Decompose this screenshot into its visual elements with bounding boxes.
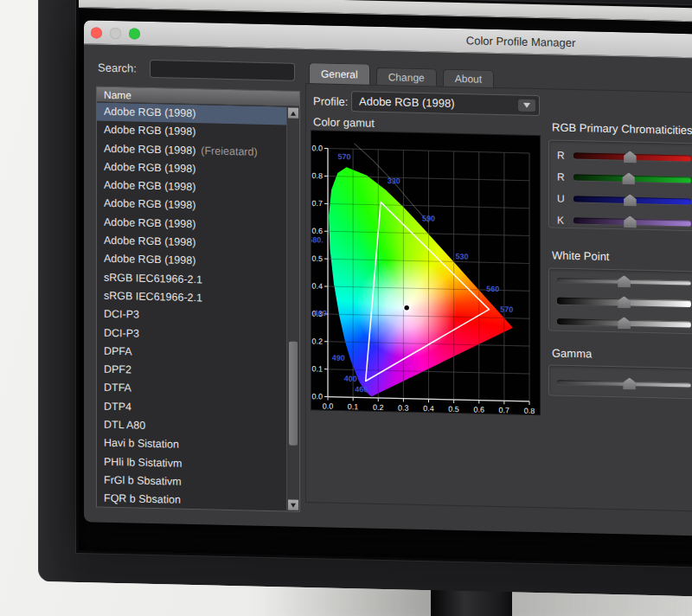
list-item-name: DPFA: [104, 345, 132, 358]
arrow-down-icon: [291, 503, 296, 507]
y-tick-label: 0.5: [311, 254, 323, 263]
slider-thumb[interactable]: [624, 151, 637, 163]
list-item-name: DTP4: [104, 400, 131, 413]
x-tick-label: 0.2: [373, 403, 384, 412]
list-item-name: PHli lb Sistativm: [104, 455, 182, 469]
slider-thumb[interactable]: [623, 377, 636, 389]
slider-row: R: [549, 166, 692, 190]
chart-title: Color gamut: [313, 115, 375, 130]
list-item-name: DCI-P3: [104, 308, 139, 321]
rgb-chromaticities-label: RGB Primary Chromaticities: [552, 120, 692, 137]
list-item-name: Adobe RGB (1998): [104, 197, 195, 211]
screen: Color Profile Manager Search: Name Adobe…: [79, 0, 692, 569]
profile-list: Name Adobe RGB (1998)Adobe RGB (1998)Ado…: [96, 87, 300, 512]
zoom-button[interactable]: [129, 28, 140, 39]
tab-about[interactable]: About: [443, 69, 494, 87]
scrollbar-thumb[interactable]: [289, 342, 298, 446]
wavelength-label: 570: [337, 152, 350, 161]
minimize-button[interactable]: [110, 27, 121, 38]
gamma-label: Gamma: [552, 346, 592, 360]
y-tick-label: 0.2: [311, 337, 323, 345]
wavelength-label: 590: [422, 214, 435, 222]
slider-label: R: [557, 171, 565, 183]
list-item-name: FQR b Sbsation: [104, 492, 181, 506]
close-button[interactable]: [91, 27, 102, 38]
wavelength-label: 490: [332, 354, 345, 363]
wavelength-label: 466: [355, 385, 368, 394]
slider-row: K: [549, 209, 692, 234]
wavelength-label: 460: [314, 309, 327, 318]
x-tick-label: 0.5: [448, 405, 459, 414]
list-item-name: DTL A80: [104, 419, 145, 432]
white-point-marker[interactable]: [404, 305, 410, 311]
wavelength-label: 400: [344, 375, 357, 383]
list-item-name: sRGB IEC61966-2.1: [104, 290, 202, 305]
list-item-name: Havi b Sistation: [104, 437, 179, 451]
slider-thumb[interactable]: [624, 215, 637, 228]
list-item-suffix: (Freieatard): [201, 144, 257, 157]
scrollbar-up-button[interactable]: [288, 108, 298, 119]
x-tick-label: 0.7: [499, 406, 510, 414]
slider-label: R: [557, 150, 565, 162]
x-tick-label: 0.1: [348, 402, 359, 411]
profile-select-value: Adobe RGB (1998): [359, 94, 455, 110]
white-point-label: White Point: [552, 248, 609, 263]
slider-row: [549, 311, 692, 335]
slider-thumb[interactable]: [618, 275, 631, 287]
list-item-name: Adobe RGB (1998): [104, 142, 195, 156]
list-item-name: Adobe RGB (1998): [104, 124, 195, 138]
x-tick-label: 0.0: [323, 401, 334, 410]
search-input[interactable]: [150, 60, 295, 81]
list-item-name: sRGB IEC61966-2.1: [104, 271, 202, 286]
profile-select[interactable]: Adobe RGB (1998): [351, 91, 540, 116]
slider-thumb[interactable]: [622, 172, 635, 184]
list-item[interactable]: FQR b Sbsation: [97, 490, 286, 511]
white-point-slider-group: [548, 267, 692, 334]
app-window: Color Profile Manager Search: Name Adobe…: [84, 20, 692, 539]
y-tick-label: 0.0: [311, 392, 323, 401]
x-tick-label: 0.6: [473, 405, 484, 414]
slider-row: R: [549, 144, 692, 169]
tab-general[interactable]: General: [309, 62, 370, 85]
y-tick-label: 0.8: [311, 171, 323, 180]
profile-label: Profile:: [313, 94, 348, 108]
slider-row: [549, 371, 692, 395]
list-item-name: Adobe RGB (1998): [104, 161, 195, 175]
search-label: Search:: [98, 61, 137, 75]
list-item-name: DPF2: [104, 363, 131, 376]
scene: Color Profile Manager Search: Name Adobe…: [0, 0, 692, 616]
y-tick-label: 0.4: [311, 282, 323, 291]
wavelength-label: 570: [500, 305, 513, 313]
slider-row: U: [549, 188, 692, 212]
list-item-name: DCI-P3: [104, 326, 139, 339]
gamut-triangle: [366, 202, 490, 384]
window-title: Color Profile Manager: [466, 29, 575, 55]
y-tick-label: 0.6: [311, 227, 323, 235]
chart-overlay: 0.00.10.20.30.40.50.60.70.80.00.80.70.60…: [311, 131, 540, 414]
tab-change[interactable]: Change: [376, 67, 437, 87]
titlebar: Color Profile Manager: [84, 20, 692, 61]
slider-thumb[interactable]: [624, 194, 637, 206]
gamma-slider-group: [548, 364, 692, 399]
y-tick-label: 0.0: [311, 144, 323, 152]
monitor-bezel: Color Profile Manager Search: Name Adobe…: [38, 0, 692, 601]
slider-label: K: [557, 215, 564, 227]
scrollbar[interactable]: [286, 107, 299, 511]
list-item-name: Adobe RGB (1998): [104, 179, 195, 193]
list-item-name: Adobe RGB (1998): [104, 234, 195, 248]
slider-thumb[interactable]: [618, 317, 631, 329]
wavelength-label: 580.: [311, 235, 324, 244]
y-tick-label: 0.7: [311, 199, 323, 208]
list-item-name: FrGl b Sbsativm: [104, 474, 182, 488]
x-tick-label: 0.3: [398, 403, 409, 412]
y-tick-label: 0.1: [311, 364, 323, 373]
scrollbar-down-button[interactable]: [288, 500, 298, 510]
wavelength-label: 330: [388, 176, 400, 185]
x-tick-label: 0.4: [423, 404, 434, 413]
rgb-slider-group: RRUK: [548, 139, 692, 231]
wavelength-label: 530: [455, 252, 468, 260]
arrow-up-icon: [291, 111, 296, 115]
tab-panel-general: Profile: Adobe RGB (1998) Color gamut 0.…: [305, 83, 692, 511]
list-item-name: DTFA: [104, 382, 131, 395]
chromaticity-chart: 0.00.10.20.30.40.50.60.70.80.00.80.70.60…: [311, 131, 540, 414]
